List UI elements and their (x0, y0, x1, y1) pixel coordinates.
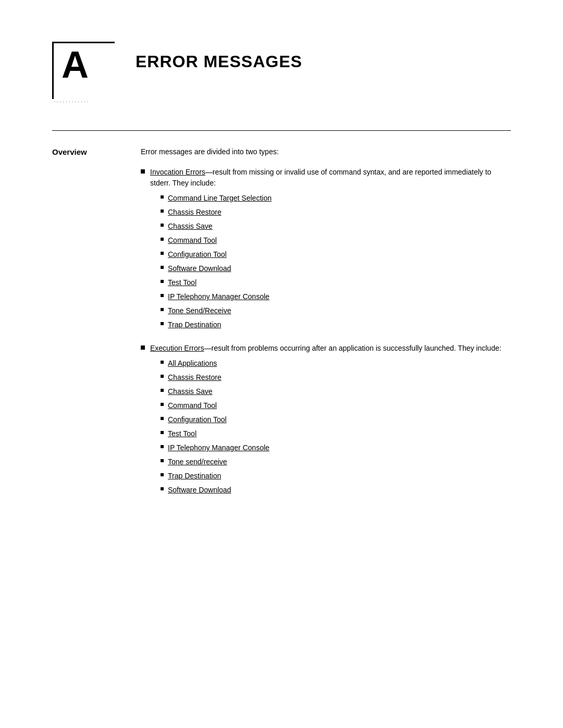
title-prefix: Error (136, 52, 199, 71)
page-title: Error Messages (136, 52, 302, 71)
invocation-content: Invocation Errors—result from missing or… (150, 167, 511, 335)
sub-bullet-icon (161, 487, 164, 490)
sub-bullet-icon (161, 195, 164, 199)
chapter-letter: A (62, 46, 89, 83)
list-item: Command Tool (161, 235, 511, 246)
execution-link-9[interactable]: Trap Destination (168, 472, 221, 480)
chapter-title-block: Error Messages (136, 42, 302, 71)
execution-link-3[interactable]: Chassis Save (168, 387, 213, 396)
list-item: Software Download (161, 263, 511, 274)
list-item: Tone send/receive (161, 456, 511, 467)
sub-bullet-icon (161, 375, 164, 378)
sub-bullet-icon (161, 294, 164, 297)
intro-text: Error messages are divided into two type… (141, 146, 511, 157)
list-item: Configuration Tool (161, 414, 511, 425)
execution-link-10[interactable]: Software Download (168, 486, 231, 494)
list-item: Test Tool (161, 277, 511, 288)
sub-bullet-icon (161, 308, 164, 311)
sub-bullet-icon (161, 431, 164, 434)
sub-bullet-icon (161, 417, 164, 420)
sub-bullet-icon (161, 473, 164, 476)
bullet-icon-1 (141, 169, 145, 174)
invocation-link-2[interactable]: Chassis Restore (168, 208, 222, 216)
list-item: Chassis Save (161, 221, 511, 232)
list-item: Chassis Restore (161, 207, 511, 218)
list-item: Command Line Target Selection (161, 193, 511, 204)
sub-bullet-icon (161, 209, 164, 213)
list-item: IP Telephony Manager Console (161, 442, 511, 453)
list-item: Chassis Save (161, 386, 511, 397)
left-column: Overview (52, 146, 141, 506)
sub-bullet-icon (161, 361, 164, 364)
invocation-link-8[interactable]: IP Telephony Manager Console (168, 292, 270, 301)
chapter-header: A ............ Error Messages (52, 42, 511, 99)
chapter-dots: ............ (54, 97, 90, 103)
sub-bullet-icon (161, 445, 164, 448)
invocation-errors-link[interactable]: Invocation Errors (150, 168, 205, 176)
section-divider (52, 130, 511, 131)
execution-sublist: All Applications Chassis Restore Chassis… (161, 358, 511, 496)
execution-link-6[interactable]: Test Tool (168, 429, 197, 438)
list-item: IP Telephony Manager Console (161, 291, 511, 302)
invocation-sublist: Command Line Target Selection Chassis Re… (161, 193, 511, 330)
execution-description: —result from problems occurring after an… (204, 344, 501, 352)
list-item: Test Tool (161, 428, 511, 439)
list-item: Configuration Tool (161, 249, 511, 260)
invocation-link-6[interactable]: Software Download (168, 264, 231, 273)
invocation-link-5[interactable]: Configuration Tool (168, 250, 227, 258)
sub-bullet-icon (161, 266, 164, 269)
sub-bullet-icon (161, 238, 164, 241)
invocation-item: Invocation Errors—result from missing or… (141, 167, 511, 335)
chapter-marker: A ............ (52, 42, 115, 99)
execution-link-5[interactable]: Configuration Tool (168, 415, 227, 424)
invocation-link-4[interactable]: Command Tool (168, 236, 217, 244)
sub-bullet-icon (161, 280, 164, 283)
main-list: Invocation Errors—result from missing or… (141, 167, 511, 500)
invocation-link-3[interactable]: Chassis Save (168, 222, 213, 230)
list-item: Software Download (161, 485, 511, 496)
page: A ............ Error Messages Overview E… (0, 0, 563, 728)
list-item: Command Tool (161, 400, 511, 411)
execution-item: Execution Errors—result from problems oc… (141, 343, 511, 500)
sub-bullet-icon (161, 252, 164, 255)
list-item: Tone Send/Receive (161, 305, 511, 316)
content-area: Overview Error messages are divided into… (52, 146, 511, 506)
sub-bullet-icon (161, 459, 164, 462)
sub-bullet-icon (161, 389, 164, 392)
list-item: All Applications (161, 358, 511, 369)
right-column: Error messages are divided into two type… (141, 146, 511, 506)
invocation-link-1[interactable]: Command Line Target Selection (168, 194, 272, 202)
sub-bullet-icon (161, 322, 164, 325)
sub-bullet-icon (161, 403, 164, 406)
title-suffix: Messages (203, 52, 302, 71)
execution-link-2[interactable]: Chassis Restore (168, 373, 222, 381)
list-item: Trap Destination (161, 319, 511, 330)
invocation-link-10[interactable]: Trap Destination (168, 320, 221, 329)
list-item: Chassis Restore (161, 372, 511, 383)
execution-link-8[interactable]: Tone send/receive (168, 458, 227, 466)
invocation-link-7[interactable]: Test Tool (168, 278, 197, 287)
execution-content: Execution Errors—result from problems oc… (150, 343, 511, 500)
invocation-link-9[interactable]: Tone Send/Receive (168, 306, 231, 315)
execution-errors-link[interactable]: Execution Errors (150, 344, 204, 352)
execution-link-1[interactable]: All Applications (168, 359, 217, 367)
overview-label: Overview (52, 147, 87, 156)
bullet-icon-2 (141, 346, 145, 350)
list-item: Trap Destination (161, 471, 511, 482)
execution-link-7[interactable]: IP Telephony Manager Console (168, 443, 270, 452)
execution-link-4[interactable]: Command Tool (168, 401, 217, 410)
sub-bullet-icon (161, 224, 164, 227)
